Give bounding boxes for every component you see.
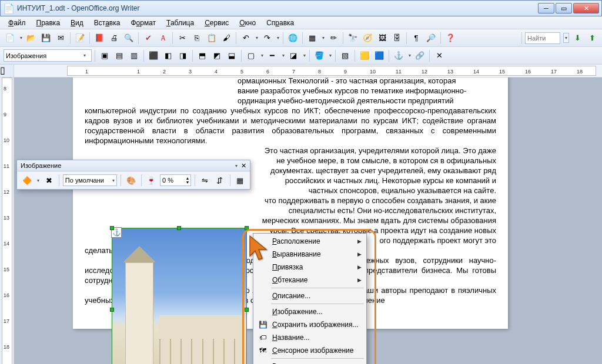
resize-handle-ne[interactable]	[245, 226, 249, 230]
border-color-button[interactable]: ◪	[287, 49, 300, 62]
paste-button[interactable]: 📋	[205, 32, 218, 45]
find-next-button[interactable]: ⬇	[571, 32, 584, 45]
datasources-button[interactable]: 🗄	[390, 32, 403, 45]
table-dropdown[interactable]: ▾	[320, 32, 325, 45]
menu-файл[interactable]: Файл	[4, 18, 31, 28]
align-top-button[interactable]: ⬒	[196, 49, 209, 62]
context-item--[interactable]: 💾Сохранить изображения...	[255, 318, 365, 331]
bring-front-button[interactable]: 🟨	[358, 49, 371, 62]
hyperlink-button[interactable]: 🌐	[286, 32, 299, 45]
cut-button[interactable]: ✂	[176, 32, 189, 45]
context-item--[interactable]: Привязка▶	[255, 261, 365, 274]
format-paintbrush-button[interactable]: 🖌	[220, 32, 233, 45]
context-item--[interactable]: Расположение▶	[255, 235, 365, 248]
find-dropdown[interactable]: ▾	[563, 33, 569, 43]
find-prev-button[interactable]: ⬆	[586, 32, 598, 45]
minimize-button[interactable]: ─	[538, 3, 554, 14]
find-replace-button[interactable]: 🔭	[346, 32, 359, 45]
resize-handle-n[interactable]	[177, 226, 181, 230]
spellcheck-button[interactable]: ✔	[142, 32, 155, 45]
link-frames-button[interactable]: 🔗	[413, 49, 426, 62]
menu-окно[interactable]: Окно	[235, 18, 260, 28]
vertical-ruler[interactable]: 89101112131415161718	[0, 77, 14, 364]
image-panel[interactable]: Изображение ▾ ✕ 🔶 ▾ ✖ По умолчани ▾ 🎨 🍷 …	[16, 160, 250, 190]
anchor-dropdown[interactable]: ▾	[407, 49, 412, 62]
wrap-on-button[interactable]: ▤	[113, 49, 126, 62]
context-item--[interactable]: Описание...	[255, 289, 365, 302]
anchor-button[interactable]: ⚓	[392, 49, 405, 62]
flip-v-button[interactable]: ⇵	[213, 174, 226, 187]
menu-формат[interactable]: Формат	[126, 18, 160, 28]
redo-button[interactable]: ↷	[260, 32, 273, 45]
resize-handle-w[interactable]	[110, 308, 114, 312]
horizontal-ruler[interactable]: 1123456789101112131415161718	[67, 66, 596, 76]
preview-button[interactable]: 🔍	[122, 32, 135, 45]
bg-color-dropdown[interactable]: ▾	[327, 49, 332, 62]
borders-dropdown[interactable]: ▾	[259, 49, 264, 62]
context-item--[interactable]: Изображение...	[255, 305, 365, 318]
graphics-mode-button[interactable]: ✖	[42, 174, 55, 187]
new-dropdown[interactable]: ▾	[18, 32, 23, 45]
edit-file-button[interactable]: 📝	[73, 32, 86, 45]
selected-image[interactable]: ⚓	[112, 228, 247, 364]
frame-props-button[interactable]: ▧	[339, 49, 352, 62]
wrap-through-button[interactable]: ▥	[128, 49, 141, 62]
context-item--[interactable]: Обтекание▶	[255, 274, 365, 287]
align-left-button[interactable]: ⬛	[147, 49, 160, 62]
style-selector[interactable]: ▾	[4, 49, 92, 62]
menu-правка[interactable]: Правка	[32, 18, 65, 28]
filter-dropdown[interactable]: ▾	[35, 174, 40, 187]
context-item--[interactable]: 🏷Название...	[255, 331, 365, 344]
bg-color-button[interactable]: 🪣	[313, 49, 326, 62]
border-style-button[interactable]: ━	[266, 49, 279, 62]
border-color-dropdown[interactable]: ▾	[302, 49, 306, 62]
align-right-button[interactable]: ◨	[176, 49, 189, 62]
save-button[interactable]: 💾	[39, 32, 52, 45]
context-item--[interactable]: 🗺Сенсорное изображение	[255, 344, 365, 357]
context-item--[interactable]: Выравнивание▶	[255, 248, 365, 261]
print-button[interactable]: 🖨	[108, 32, 121, 45]
help-button[interactable]: ❓	[444, 32, 457, 45]
graphics-mode-select[interactable]: По умолчани ▾	[63, 174, 118, 186]
close-button[interactable]: ✕	[573, 3, 599, 14]
undo-button[interactable]: ↶	[239, 32, 252, 45]
redo-dropdown[interactable]: ▾	[275, 32, 280, 45]
unlink-frames-button[interactable]: ✕	[433, 49, 446, 62]
zoom-button[interactable]: 🔎	[424, 32, 437, 45]
menu-вид[interactable]: Вид	[66, 18, 88, 28]
align-center-h-button[interactable]: ◧	[162, 49, 175, 62]
context-item--[interactable]: ✂Вырезать	[255, 360, 365, 364]
menu-вставка[interactable]: Вставка	[89, 18, 125, 28]
borders-button[interactable]: ▢	[245, 49, 257, 62]
align-center-v-button[interactable]: ◩	[210, 49, 223, 62]
table-button[interactable]: ▦	[306, 32, 319, 45]
panel-dropdown-icon[interactable]: ▾	[235, 163, 238, 168]
open-button[interactable]: 📂	[25, 32, 38, 45]
send-back-button[interactable]: 🟦	[373, 49, 386, 62]
border-style-dropdown[interactable]: ▾	[280, 49, 285, 62]
image-panel-titlebar[interactable]: Изображение ▾ ✕	[17, 160, 250, 171]
find-input[interactable]	[525, 32, 560, 44]
navigator-button[interactable]: 🧭	[361, 32, 374, 45]
align-bottom-button[interactable]: ⬓	[225, 49, 238, 62]
email-button[interactable]: ✉	[54, 32, 67, 45]
export-pdf-button[interactable]: 📕	[93, 32, 106, 45]
color-button[interactable]: 🎨	[125, 174, 137, 187]
resize-handle-nw[interactable]	[110, 226, 114, 230]
transparency-spin[interactable]: 0 % ▴▾	[160, 174, 191, 186]
undo-dropdown[interactable]: ▾	[254, 32, 259, 45]
menu-сервис[interactable]: Сервис	[200, 18, 233, 28]
auto-spellcheck-button[interactable]: Ａ	[156, 32, 169, 45]
flip-h-button[interactable]: ⇋	[199, 174, 211, 187]
menu-таблица[interactable]: Таблица	[162, 18, 199, 28]
wrap-off-button[interactable]: ▣	[98, 49, 111, 62]
new-document-button[interactable]: 📄	[4, 32, 16, 45]
filter-button[interactable]: 🔶	[21, 174, 33, 187]
maximize-button[interactable]: ▭	[556, 3, 572, 14]
nonprinting-chars-button[interactable]: ¶	[410, 32, 423, 45]
show-draw-button[interactable]: ✏	[327, 32, 340, 45]
style-selector-input[interactable]	[6, 52, 82, 59]
copy-button[interactable]: ⎘	[190, 32, 203, 45]
menu-справка[interactable]: Справка	[262, 18, 299, 28]
panel-close-icon[interactable]: ✕	[241, 162, 246, 170]
